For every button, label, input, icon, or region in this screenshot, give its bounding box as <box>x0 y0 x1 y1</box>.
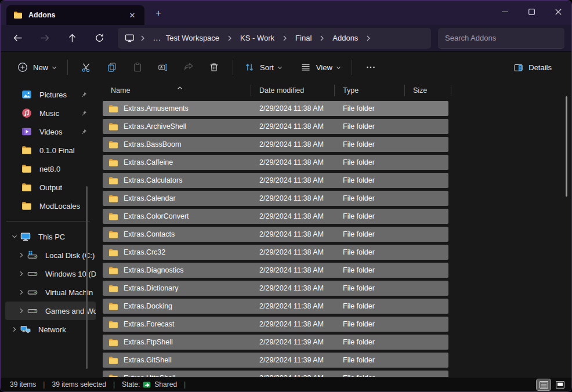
type-cell: File folder <box>335 122 405 130</box>
sidebar-item-0-1-0-final[interactable]: 0.1.0 Final <box>5 141 96 159</box>
maximize-button[interactable] <box>518 1 545 23</box>
file-name: Extras.Calculators <box>124 176 182 184</box>
details-pane-button[interactable]: Details <box>508 57 560 78</box>
search-box[interactable]: Search Addons <box>438 28 564 49</box>
table-row[interactable]: Extras.GitShell2/29/2024 11:39 AMFile fo… <box>103 353 448 368</box>
sidebar-scrollbar[interactable] <box>86 186 88 369</box>
file-name: Extras.Amusements <box>124 104 189 112</box>
chevron-down-icon[interactable] <box>9 234 20 239</box>
column-header-type[interactable]: Type <box>335 85 405 96</box>
table-row[interactable]: Extras.Dictionary2/29/2024 11:38 AMFile … <box>103 281 448 296</box>
table-row[interactable]: Extras.Calendar2/29/2024 11:38 AMFile fo… <box>103 191 448 206</box>
chevron-right-icon[interactable] <box>16 252 27 258</box>
column-header-date-modified[interactable]: Date modified <box>251 85 335 96</box>
desktop-icon[interactable] <box>125 33 135 43</box>
sidebar-item-label: Games and Wo <box>45 307 96 315</box>
new-tab-button[interactable]: + <box>151 7 165 20</box>
table-row[interactable]: Extras.Amusements2/29/2024 11:38 AMFile … <box>103 101 448 116</box>
chevron-right-icon[interactable] <box>16 289 27 295</box>
close-button[interactable] <box>545 1 571 23</box>
folder-icon <box>108 176 118 186</box>
toolbar-separator <box>233 60 233 75</box>
type-cell: File folder <box>335 284 405 292</box>
view-button-label: View <box>316 63 332 72</box>
sidebar-item-music[interactable]: Music <box>5 104 96 122</box>
sidebar-item-label: This PC <box>38 233 65 241</box>
table-row[interactable]: Extras.Calculators2/29/2024 11:38 AMFile… <box>103 173 448 188</box>
delete-button[interactable] <box>201 57 227 78</box>
sidebar-item-label: Windows 10 (D <box>45 270 96 278</box>
folder-icon <box>108 212 118 222</box>
table-row[interactable]: Extras.Docking2/29/2024 11:38 AMFile fol… <box>103 299 448 314</box>
file-name-cell: Extras.BassBoom <box>103 140 251 150</box>
new-button[interactable]: New <box>12 57 61 78</box>
column-header-size[interactable]: Size <box>405 85 451 96</box>
file-name-cell: Extras.GitShell <box>103 355 251 365</box>
sidebar-item-this-pc[interactable]: This PC <box>5 227 96 246</box>
breadcrumb-segment-final[interactable]: Final <box>293 32 314 44</box>
paste-button[interactable] <box>125 57 150 78</box>
chevron-right-icon <box>319 35 325 41</box>
sidebar-item-virtual-machin[interactable]: Virtual Machin <box>5 283 96 302</box>
column-header-name[interactable]: Name <box>103 85 251 96</box>
sidebar-item-local-disk-c-[interactable]: Local Disk (C:) <box>5 246 96 264</box>
chevron-right-icon[interactable] <box>16 308 27 314</box>
up-button[interactable] <box>63 30 81 47</box>
breadcrumb-segment-addons[interactable]: Addons <box>330 32 360 44</box>
table-row[interactable]: Extras.Forecast2/29/2024 11:38 AMFile fo… <box>103 317 448 332</box>
sidebar-item-windows-10-d[interactable]: Windows 10 (D <box>5 264 96 283</box>
navigation-bar: ... Test WorkspaceKS - WorkFinalAddons S… <box>1 25 571 52</box>
share-button[interactable] <box>176 57 201 78</box>
table-row[interactable]: Extras.BassBoom2/29/2024 11:38 AMFile fo… <box>103 137 448 152</box>
tab-addons[interactable]: Addons ✕ <box>6 5 144 25</box>
sidebar-item-pictures[interactable]: Pictures <box>5 85 96 104</box>
breadcrumb-segment-test-workspace[interactable]: Test Workspace <box>164 32 222 44</box>
sidebar-item-network[interactable]: Network <box>5 320 96 339</box>
table-row[interactable]: Extras.Caffeine2/29/2024 11:38 AMFile fo… <box>103 155 448 170</box>
file-rows: Extras.Amusements2/29/2024 11:38 AMFile … <box>103 101 571 377</box>
sidebar-item-modlocales[interactable]: ModLocales <box>5 197 96 215</box>
refresh-button[interactable] <box>90 30 108 47</box>
copy-button[interactable] <box>99 57 125 78</box>
search-input[interactable]: Search Addons <box>445 34 496 42</box>
details-view-toggle[interactable] <box>537 379 551 390</box>
table-row[interactable]: Extras.ArchiveShell2/29/2024 11:38 AMFil… <box>103 119 448 134</box>
file-name-cell: Extras.ColorConvert <box>103 212 251 222</box>
file-name-cell: Extras.Diagnostics <box>103 266 251 275</box>
sidebar-item-output[interactable]: Output <box>5 178 96 197</box>
rename-button[interactable] <box>150 57 176 78</box>
sort-button[interactable]: Sort <box>239 57 287 78</box>
chevron-right-icon[interactable] <box>16 271 27 277</box>
file-name-cell: Extras.FtpShell <box>103 337 251 347</box>
sort-ascending-icon <box>177 83 183 95</box>
file-name-cell: Extras.Calendar <box>103 194 251 204</box>
sidebar-item-games-and-wo[interactable]: Games and Wo <box>5 302 96 320</box>
tab-close-icon[interactable]: ✕ <box>126 9 139 21</box>
table-row[interactable]: Extras.HttpShell2/29/2024 11:39 AMFile f… <box>103 371 448 377</box>
cut-button[interactable] <box>74 57 99 78</box>
file-list-area: Name Date modified Type Size Extras.Amus… <box>98 83 571 377</box>
minimize-button[interactable] <box>491 1 518 23</box>
table-row[interactable]: Extras.Diagnostics2/29/2024 11:38 AMFile… <box>103 263 448 278</box>
folder-icon <box>21 201 32 211</box>
table-row[interactable]: Extras.Crc322/29/2024 11:38 AMFile folde… <box>103 245 448 260</box>
table-row[interactable]: Extras.FtpShell2/29/2024 11:39 AMFile fo… <box>103 335 448 350</box>
sidebar-item-videos[interactable]: Videos <box>5 122 96 141</box>
folder-icon <box>108 284 118 293</box>
file-name: Extras.ColorConvert <box>124 212 189 220</box>
chevron-right-icon[interactable] <box>9 326 20 332</box>
more-options-button[interactable] <box>358 57 383 78</box>
table-row[interactable]: Extras.ColorConvert2/29/2024 11:38 AMFil… <box>103 209 448 224</box>
sidebar-item-net8-0[interactable]: net8.0 <box>5 159 96 178</box>
view-button[interactable]: View <box>295 57 346 78</box>
breadcrumb-overflow-button[interactable]: ... <box>151 34 164 42</box>
vertical-scrollbar[interactable] <box>566 96 567 197</box>
thumbnail-view-toggle[interactable] <box>553 379 567 390</box>
breadcrumb-segment-ks-work[interactable]: KS - Work <box>238 32 277 44</box>
type-cell: File folder <box>335 230 405 238</box>
back-button[interactable] <box>9 30 26 47</box>
table-row[interactable]: Extras.Contacts2/29/2024 11:38 AMFile fo… <box>103 227 448 242</box>
forward-button[interactable] <box>36 30 53 47</box>
folder-icon <box>108 320 118 329</box>
explorer-body: PicturesMusicVideos0.1.0 Finalnet8.0Outp… <box>1 83 571 377</box>
